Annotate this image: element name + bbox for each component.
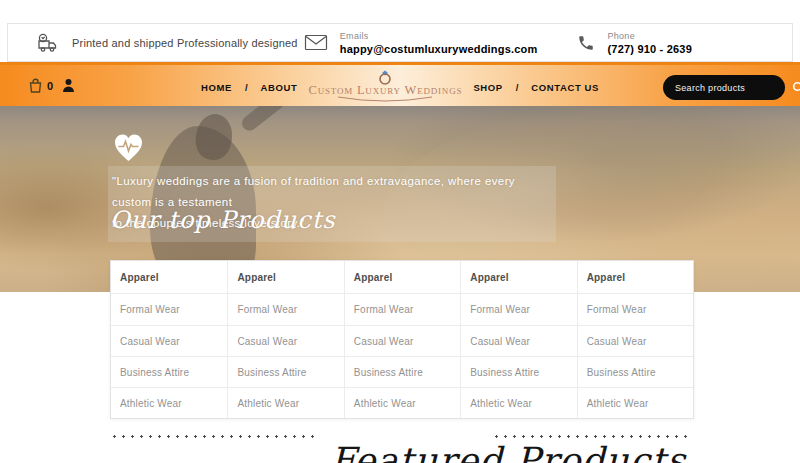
table-cell[interactable]: Formal Wear [461, 294, 576, 325]
featured-products-heading: Featured Products [330, 440, 686, 463]
table-column-header: Apparel [345, 261, 460, 294]
nav-item-shop[interactable]: SHOP [473, 82, 502, 93]
phone-icon [577, 34, 595, 52]
top-info-bar: Printed and shipped Professionally desig… [7, 23, 793, 62]
table-cell[interactable]: Formal Wear [228, 294, 343, 325]
nav-item-home[interactable]: HOME [201, 82, 232, 93]
nav-separator: / [516, 82, 519, 93]
table-cell[interactable]: Casual Wear [228, 325, 343, 356]
email-info: Emails happy@costumluxuryweddings.com [304, 31, 538, 55]
table-column: Apparel Formal Wear Casual Wear Business… [577, 261, 693, 418]
table-cell[interactable]: Formal Wear [578, 294, 693, 325]
table-column-header: Apparel [461, 261, 576, 294]
phone-number[interactable]: (727) 910 - 2639 [607, 43, 692, 55]
logo-text: Custom Luxury Weddings [309, 85, 463, 96]
table-cell[interactable]: Casual Wear [578, 325, 693, 356]
table-column: Apparel Formal Wear Casual Wear Business… [460, 261, 576, 418]
shipping-info: Printed and shipped Professionally desig… [36, 33, 298, 53]
table-cell[interactable]: Athletic Wear [461, 387, 576, 418]
truck-icon [36, 33, 60, 53]
table-column-header: Apparel [578, 261, 693, 294]
table-cell[interactable]: Business Attire [111, 356, 227, 387]
shipping-text: Printed and shipped Professionally desig… [72, 37, 298, 49]
phone-info: Phone (727) 910 - 2639 [577, 31, 692, 55]
site-logo[interactable]: Custom Luxury Weddings [314, 70, 456, 104]
table-column-header: Apparel [111, 261, 227, 294]
heart-pulse-icon [112, 132, 145, 163]
search-input[interactable] [675, 83, 792, 93]
nav-item-contact-us[interactable]: CONTACT US [531, 82, 599, 93]
table-cell[interactable]: Athletic Wear [578, 387, 693, 418]
nav-separator: / [245, 82, 248, 93]
table-cell[interactable]: Athletic Wear [345, 387, 460, 418]
email-label: Emails [340, 31, 538, 41]
email-address[interactable]: happy@costumluxuryweddings.com [340, 43, 538, 55]
table-cell[interactable]: Business Attire [578, 356, 693, 387]
page: Printed and shipped Professionally desig… [0, 0, 800, 463]
main-navbar: 0 HOME / ABOUT Custom Luxu [0, 62, 800, 106]
table-column: Apparel Formal Wear Casual Wear Business… [111, 261, 227, 418]
table-column: Apparel Formal Wear Casual Wear Business… [344, 261, 460, 418]
table-cell[interactable]: Business Attire [228, 356, 343, 387]
search-bar[interactable] [663, 75, 785, 100]
dotted-divider-right [492, 435, 692, 438]
table-cell[interactable]: Athletic Wear [228, 387, 343, 418]
hero-silhouette [239, 106, 305, 134]
table-cell[interactable]: Formal Wear [345, 294, 460, 325]
hero-heading: Our top Products [110, 206, 336, 234]
envelope-icon [304, 34, 328, 51]
table-column: Apparel Formal Wear Casual Wear Business… [227, 261, 343, 418]
table-cell[interactable]: Casual Wear [461, 325, 576, 356]
dotted-divider-left [110, 435, 315, 438]
table-column-header: Apparel [228, 261, 343, 294]
magnifier-icon[interactable] [792, 81, 800, 94]
phone-label: Phone [607, 31, 692, 41]
table-cell[interactable]: Casual Wear [111, 325, 227, 356]
table-cell[interactable]: Athletic Wear [111, 387, 227, 418]
table-cell[interactable]: Business Attire [345, 356, 460, 387]
table-cell[interactable]: Casual Wear [345, 325, 460, 356]
table-cell[interactable]: Formal Wear [111, 294, 227, 325]
products-table: Apparel Formal Wear Casual Wear Business… [110, 260, 694, 419]
logo-underline-flourish [330, 96, 440, 104]
table-cell[interactable]: Business Attire [461, 356, 576, 387]
nav-item-about[interactable]: ABOUT [261, 82, 298, 93]
